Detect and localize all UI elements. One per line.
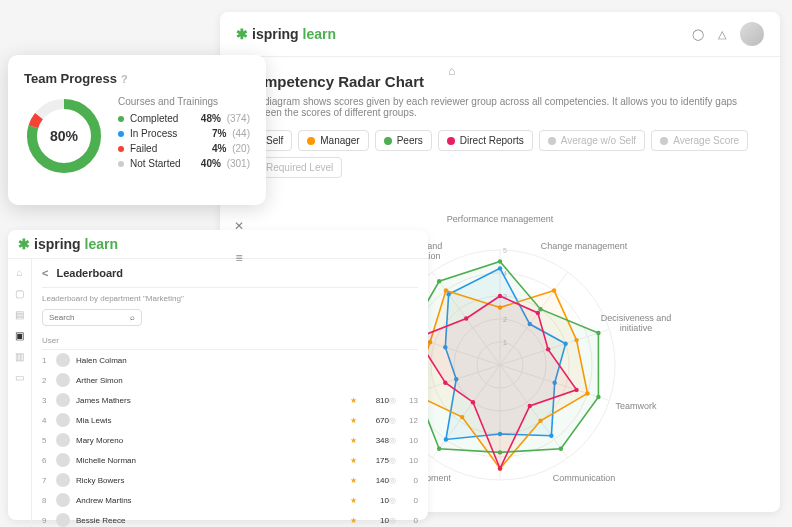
nav-cal-icon[interactable]: ▤ — [15, 309, 24, 320]
svg-text:5: 5 — [503, 247, 507, 254]
star-icon: ★ — [350, 476, 357, 485]
leaderboard-row[interactable]: 9Bessie Reece★10◎0 — [42, 510, 418, 527]
leaderboard-title: Leaderboard — [56, 267, 123, 279]
legend-chip[interactable]: Peers — [375, 130, 432, 151]
progress-legend-row: Failed4% (20) — [118, 143, 250, 154]
leader-header: ✱ispring learn — [8, 230, 428, 259]
help-icon[interactable]: ◯ — [692, 28, 704, 41]
home-icon[interactable]: ⌂ — [448, 64, 455, 78]
leaderboard-row[interactable]: 5Mary Moreno★348◎10 — [42, 430, 418, 450]
brand-text2: learn — [303, 26, 336, 42]
svg-point-65 — [471, 400, 475, 404]
star-icon: ★ — [350, 496, 357, 505]
logo-icon: ✱ — [236, 26, 248, 42]
svg-point-62 — [574, 388, 578, 392]
leaderboard-row[interactable]: 8Andrew Martins★10◎0 — [42, 490, 418, 510]
nav-home-icon[interactable]: ⌂ — [16, 267, 22, 278]
svg-point-59 — [498, 294, 502, 298]
settings-icon[interactable]: ✕ — [228, 215, 250, 237]
search-icon: ⌕ — [130, 313, 135, 322]
badge-icon: ◎ — [389, 476, 396, 485]
leaderboard-subtitle: Leaderboard by department "Marketing" — [42, 288, 418, 309]
progress-legend-row: In Process7% (44) — [118, 128, 250, 139]
star-icon: ★ — [350, 516, 357, 525]
badge-icon: ◎ — [389, 456, 396, 465]
bell-icon[interactable]: △ — [718, 28, 726, 41]
svg-text:Decisiveness andinitiative: Decisiveness andinitiative — [601, 313, 672, 333]
svg-point-51 — [596, 331, 600, 335]
nav-book-icon[interactable]: ▢ — [15, 288, 24, 299]
svg-text:Communication: Communication — [553, 473, 616, 483]
leaderboard-row[interactable]: 7Ricky Bowers★140◎0 — [42, 470, 418, 490]
star-icon: ★ — [350, 416, 357, 425]
legend-row: SelfManagerPeersDirect ReportsAverage w/… — [244, 130, 756, 178]
leaderboard-row[interactable]: 1Halen Colman — [42, 350, 418, 370]
svg-point-52 — [596, 395, 600, 399]
svg-point-58 — [437, 279, 441, 283]
brand-logo-small: ✱ispring learn — [18, 236, 118, 252]
svg-point-50 — [538, 307, 542, 311]
leaderboard-row[interactable]: 6Michelle Norman★175◎10 — [42, 450, 418, 470]
svg-point-64 — [498, 466, 502, 470]
search-input-wrap[interactable]: ⌕ — [42, 309, 142, 326]
user-col-head: User — [42, 332, 418, 350]
svg-point-49 — [498, 259, 502, 263]
legend-chip[interactable]: Manager — [298, 130, 368, 151]
svg-point-40 — [552, 288, 556, 292]
donut-chart: 80% — [24, 96, 104, 176]
donut-pct: 80% — [50, 128, 78, 144]
svg-text:Teamwork: Teamwork — [615, 401, 657, 411]
badge-icon: ◎ — [389, 396, 396, 405]
info-icon[interactable]: ? — [121, 73, 128, 85]
tool-rail: ✕ ≡ — [228, 215, 250, 269]
nav-doc-icon[interactable]: ▥ — [15, 351, 24, 362]
radar-desc: The diagram shows scores given by each r… — [244, 96, 756, 118]
progress-legend-head: Courses and Trainings — [118, 96, 250, 107]
svg-point-68 — [464, 316, 468, 320]
logo-icon: ✱ — [18, 236, 30, 252]
star-icon: ★ — [350, 456, 357, 465]
side-rail: ⌂ ▢ ▤ ▣ ▥ ▭ — [8, 259, 32, 527]
badge-icon: ◎ — [389, 416, 396, 425]
badge-icon: ◎ — [389, 436, 396, 445]
brand-text1: ispring — [252, 26, 299, 42]
svg-text:Performance management: Performance management — [447, 214, 554, 224]
progress-legend-row: Completed48% (374) — [118, 113, 250, 124]
search-input[interactable] — [49, 313, 130, 322]
svg-point-66 — [443, 381, 447, 385]
radar-title: Competency Radar Chart — [244, 73, 756, 90]
star-icon: ★ — [350, 396, 357, 405]
badge-icon: ◎ — [389, 516, 396, 525]
brand-logo: ✱ispring learn — [236, 26, 336, 42]
radar-header: ✱ispring learn ◯ △ — [220, 12, 780, 57]
svg-text:Change management: Change management — [541, 241, 628, 251]
legend-chip[interactable]: Average Score — [651, 130, 748, 151]
leaderboard-row[interactable]: 2Arther Simon — [42, 370, 418, 390]
team-progress-card: Team Progress ? 80% Courses and Training… — [8, 55, 266, 205]
svg-point-61 — [546, 347, 550, 351]
leaderboard-row[interactable]: 3James Mathers★810◎13 — [42, 390, 418, 410]
svg-point-63 — [528, 404, 532, 408]
svg-point-55 — [437, 447, 441, 451]
filter-icon[interactable]: ≡ — [228, 247, 250, 269]
avatar[interactable] — [740, 22, 764, 46]
nav-chat-icon[interactable]: ▭ — [15, 372, 24, 383]
badge-icon: ◎ — [389, 496, 396, 505]
legend-chip[interactable]: Average w/o Self — [539, 130, 645, 151]
team-progress-title: Team Progress ? — [24, 71, 250, 86]
star-icon: ★ — [350, 436, 357, 445]
svg-point-60 — [536, 311, 540, 315]
leaderboard-row[interactable]: 4Mia Lewis★670◎12 — [42, 410, 418, 430]
legend-chip[interactable]: Direct Reports — [438, 130, 533, 151]
back-button[interactable]: < — [42, 267, 48, 279]
leaderboard-panel: ✱ispring learn ⌂ ▢ ▤ ▣ ▥ ▭ < Leaderboard… — [8, 230, 428, 520]
nav-people-icon[interactable]: ▣ — [15, 330, 24, 341]
svg-point-53 — [559, 447, 563, 451]
progress-legend-row: Not Started40% (301) — [118, 158, 250, 169]
